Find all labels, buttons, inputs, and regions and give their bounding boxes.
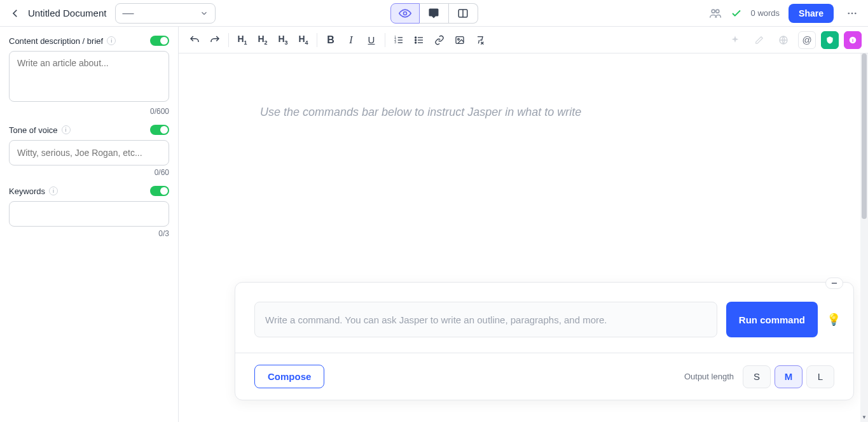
tone-counter: 0/60 <box>9 168 169 177</box>
undo-icon <box>189 34 200 46</box>
template-value: — <box>122 6 134 20</box>
svg-point-5 <box>848 12 850 14</box>
template-selector[interactable]: — <box>115 3 216 24</box>
length-large-button[interactable]: L <box>806 365 834 388</box>
edit-button[interactable] <box>750 31 769 50</box>
h4-icon: H4 <box>298 34 308 46</box>
globe-button[interactable] <box>774 31 793 50</box>
svg-line-22 <box>478 40 479 43</box>
brief-toggle[interactable] <box>150 36 169 46</box>
length-medium-button[interactable]: M <box>775 365 803 388</box>
plagiarism-check-button[interactable]: i <box>844 31 862 49</box>
h3-icon: H3 <box>278 34 287 46</box>
collaborators-icon[interactable] <box>709 7 722 20</box>
brief-label: Content description / brief i <box>9 36 116 46</box>
h2-button[interactable]: H2 <box>253 31 272 50</box>
h4-button[interactable]: H4 <box>294 31 313 50</box>
tone-input[interactable] <box>9 140 169 165</box>
bold-button[interactable]: B <box>321 31 340 50</box>
svg-point-7 <box>855 12 857 14</box>
svg-point-17 <box>415 37 417 38</box>
shield-check-icon <box>825 36 834 45</box>
svg-point-0 <box>403 11 406 15</box>
mention-button[interactable]: @ <box>798 31 816 49</box>
keywords-input[interactable] <box>9 201 169 227</box>
h2-icon: H2 <box>258 34 267 46</box>
svg-point-4 <box>715 10 719 13</box>
keywords-label: Keywords i <box>9 186 58 196</box>
scrollbar[interactable]: ▼ <box>860 53 868 422</box>
command-panel: Run command 💡 Compose Output length S M … <box>235 282 854 400</box>
clear-format-icon <box>475 35 485 45</box>
split-mode-button[interactable] <box>449 3 478 24</box>
command-input[interactable] <box>254 302 717 337</box>
link-icon <box>434 35 444 45</box>
scroll-thumb[interactable] <box>862 53 867 219</box>
globe-icon <box>778 35 789 45</box>
scroll-down-icon[interactable]: ▼ <box>860 413 868 421</box>
h1-button[interactable]: H1 <box>233 31 252 50</box>
output-length-label: Output length <box>684 372 734 381</box>
tone-toggle[interactable] <box>150 125 169 135</box>
h3-button[interactable]: H3 <box>273 31 293 50</box>
share-button[interactable]: Share <box>789 4 834 23</box>
svg-text:3: 3 <box>394 41 396 44</box>
tone-label: Tone of voice i <box>9 125 71 135</box>
svg-point-6 <box>851 12 853 14</box>
sparkle-icon <box>730 35 740 45</box>
tips-button[interactable]: 💡 <box>827 313 841 327</box>
ordered-list-icon: 123 <box>394 35 404 45</box>
bold-icon: B <box>327 34 334 46</box>
arrow-left-icon <box>10 8 21 19</box>
editor-placeholder[interactable]: Use the commands bar below to instruct J… <box>260 106 581 119</box>
clear-format-button[interactable] <box>471 31 490 50</box>
pencil-icon <box>755 36 764 45</box>
length-small-button[interactable]: S <box>743 365 771 388</box>
redo-button[interactable] <box>205 31 224 50</box>
at-icon: @ <box>802 34 811 45</box>
italic-icon: I <box>349 34 352 46</box>
ordered-list-button[interactable]: 123 <box>389 31 408 50</box>
underline-icon: U <box>368 34 375 45</box>
keywords-counter: 0/3 <box>9 229 169 238</box>
unordered-list-button[interactable] <box>410 31 429 50</box>
chat-icon <box>428 8 439 19</box>
unordered-list-icon <box>414 35 424 45</box>
dots-horizontal-icon <box>846 8 858 19</box>
undo-button[interactable] <box>185 31 204 50</box>
focus-mode-button[interactable] <box>390 3 420 24</box>
eye-icon <box>399 7 411 20</box>
svg-text:i: i <box>852 37 853 43</box>
svg-point-21 <box>458 38 460 40</box>
svg-point-18 <box>415 39 417 41</box>
back-button[interactable] <box>6 4 24 22</box>
underline-button[interactable]: U <box>362 31 381 50</box>
svg-point-19 <box>415 42 417 43</box>
info-icon[interactable]: i <box>49 186 58 195</box>
run-command-button[interactable]: Run command <box>726 302 818 337</box>
info-shield-icon: i <box>848 36 857 45</box>
image-icon <box>455 35 465 45</box>
chevron-down-icon <box>200 9 209 18</box>
more-menu-button[interactable] <box>843 4 862 23</box>
info-icon[interactable]: i <box>107 36 116 45</box>
keywords-toggle[interactable] <box>150 186 169 196</box>
svg-point-3 <box>712 10 715 13</box>
word-count: 0 words <box>751 8 780 18</box>
link-button[interactable] <box>430 31 449 50</box>
info-icon[interactable]: i <box>62 125 71 134</box>
brief-counter: 0/600 <box>9 107 169 116</box>
grammar-check-button[interactable] <box>821 31 839 49</box>
chat-mode-button[interactable] <box>420 3 449 24</box>
document-title[interactable]: Untitled Document <box>28 8 106 18</box>
ai-rewrite-button[interactable] <box>726 31 745 50</box>
image-button[interactable] <box>450 31 469 50</box>
layout-icon <box>457 8 469 19</box>
h1-icon: H1 <box>237 34 247 46</box>
redo-icon <box>209 34 221 46</box>
italic-button[interactable]: I <box>341 31 361 50</box>
brief-input[interactable] <box>9 51 169 102</box>
saved-check-icon <box>731 8 742 19</box>
compose-button[interactable]: Compose <box>254 365 324 388</box>
